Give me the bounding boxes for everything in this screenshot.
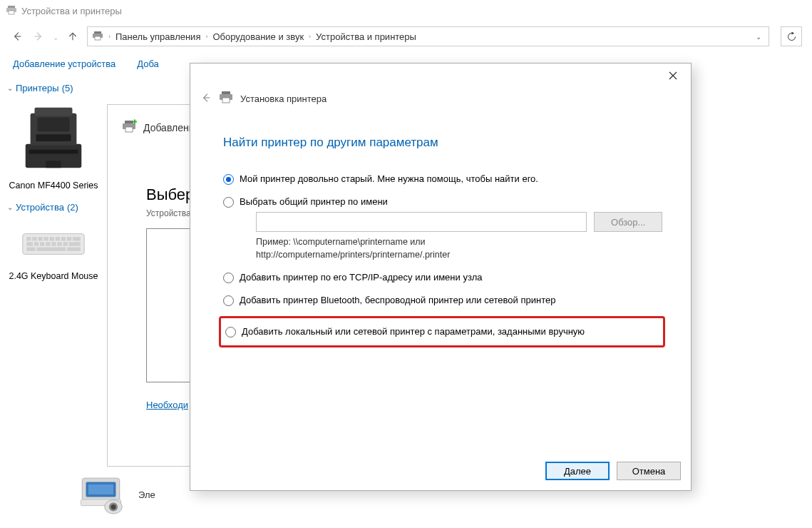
- example-text: Пример: \\computername\printername или: [256, 236, 662, 249]
- add-printer-dialog: Установка принтера Найти принтер по друг…: [190, 63, 692, 491]
- device-tile-printer[interactable]: Canon MF4400 Series: [0, 96, 107, 199]
- option-tcpip[interactable]: Добавить принтер по его TCP/IP-адресу ил…: [223, 271, 662, 284]
- svg-point-45: [111, 504, 116, 509]
- chevron-right-icon: ›: [203, 33, 210, 40]
- status-text: Эле: [138, 489, 155, 500]
- device-label: 2.4G Keyboard Mouse: [9, 271, 98, 283]
- breadcrumb-segment[interactable]: Оборудование и звук: [212, 31, 304, 42]
- svg-rect-27: [51, 242, 56, 245]
- svg-rect-20: [61, 237, 66, 240]
- option-old-printer[interactable]: Мой принтер довольно старый. Мне нужна п…: [223, 173, 662, 186]
- svg-rect-11: [46, 161, 61, 168]
- category-printers-header[interactable]: ⌄ Принтеры (5): [0, 80, 107, 96]
- breadcrumb-segment[interactable]: Устройства и принтеры: [316, 31, 416, 42]
- svg-rect-18: [50, 237, 54, 240]
- option-label: Добавить принтер по его TCP/IP-адресу ил…: [240, 271, 483, 284]
- option-local-manual[interactable]: Добавить локальный или сетевой принтер с…: [221, 325, 657, 338]
- device-label: Canon MF4400 Series: [9, 181, 98, 192]
- radio-icon: [223, 197, 234, 208]
- svg-rect-0: [8, 6, 15, 8]
- printer-device-icon: [14, 99, 93, 179]
- window-title: Устройства и принтеры: [21, 6, 122, 16]
- option-label: Мой принтер довольно старый. Мне нужна п…: [240, 173, 538, 186]
- nav-toolbar: ⌄ › Панель управления › Оборудование и з…: [0, 21, 812, 51]
- dialog-title: Найти принтер по другим параметрам: [223, 136, 662, 150]
- close-button[interactable]: [658, 66, 688, 86]
- option-label: Добавить принтер Bluetooth, беспроводной…: [240, 294, 555, 307]
- highlighted-option-box: Добавить локальный или сетевой принтер с…: [219, 316, 665, 347]
- svg-rect-21: [67, 237, 71, 240]
- chevron-right-icon: ›: [307, 33, 313, 40]
- category-label: Устройства: [16, 202, 64, 213]
- chevron-down-icon: ⌄: [7, 203, 13, 211]
- nav-back-button[interactable]: [10, 29, 24, 44]
- svg-rect-48: [222, 98, 230, 103]
- svg-rect-38: [133, 121, 137, 123]
- radio-icon: [223, 273, 234, 283]
- option-bluetooth-wireless[interactable]: Добавить принтер Bluetooth, беспроводной…: [223, 294, 662, 307]
- svg-rect-29: [63, 242, 68, 245]
- svg-rect-25: [40, 242, 44, 245]
- scanner-icon: [78, 472, 128, 518]
- category-devices-header[interactable]: ⌄ Устройства (2): [0, 199, 107, 215]
- add-printer-icon: [122, 119, 138, 136]
- svg-rect-26: [46, 242, 50, 245]
- svg-rect-34: [125, 121, 133, 123]
- svg-rect-12: [37, 118, 69, 132]
- address-bar[interactable]: › Панель управления › Оборудование и зву…: [87, 26, 769, 46]
- svg-rect-28: [57, 242, 61, 245]
- refresh-button[interactable]: [781, 26, 802, 46]
- address-dropdown-icon[interactable]: ⌄: [753, 33, 764, 41]
- svg-rect-5: [95, 36, 101, 40]
- nav-history-dropdown[interactable]: ⌄: [53, 32, 58, 41]
- next-button[interactable]: Далее: [545, 462, 610, 480]
- dialog-header-title: Установка принтера: [240, 93, 327, 104]
- option-label: Добавить локальный или сетевой принтер с…: [242, 325, 585, 338]
- category-label: Принтеры: [16, 83, 59, 93]
- add-device-link[interactable]: Добавление устройства: [13, 59, 115, 69]
- svg-rect-2: [9, 11, 14, 14]
- svg-rect-19: [56, 237, 60, 240]
- option-shared-by-name[interactable]: Выбрать общий принтер по имени: [223, 196, 662, 208]
- example-text: http://computername/printers/printername…: [256, 249, 662, 262]
- svg-rect-22: [73, 237, 81, 240]
- browse-button[interactable]: Обзор...: [594, 212, 662, 232]
- nav-forward-button[interactable]: [31, 29, 46, 44]
- svg-rect-3: [94, 31, 101, 34]
- printer-icon: [6, 5, 17, 17]
- category-count: (5): [62, 83, 73, 93]
- chevron-right-icon: ›: [106, 33, 113, 40]
- category-sidebar: ⌄ Принтеры (5) Canon MF4400 Ser: [0, 76, 107, 528]
- svg-rect-8: [34, 108, 72, 116]
- svg-rect-31: [26, 247, 36, 250]
- keyboard-device-icon: [14, 218, 93, 270]
- svg-rect-14: [26, 237, 31, 240]
- svg-rect-24: [34, 242, 38, 245]
- add-printer-link[interactable]: Доба: [137, 59, 159, 69]
- svg-rect-16: [38, 237, 42, 240]
- svg-rect-32: [37, 247, 66, 250]
- svg-rect-15: [32, 237, 36, 240]
- device-tile-keyboard[interactable]: 2.4G Keyboard Mouse: [0, 215, 107, 290]
- printer-icon: [219, 91, 233, 107]
- svg-rect-10: [29, 150, 78, 154]
- svg-rect-41: [88, 484, 113, 494]
- radio-icon: [225, 327, 236, 337]
- help-link[interactable]: Необходи: [146, 400, 188, 410]
- radio-icon: [223, 295, 234, 306]
- svg-rect-36: [125, 127, 133, 132]
- category-count: (2): [67, 202, 78, 213]
- svg-rect-9: [36, 134, 71, 141]
- svg-rect-17: [44, 237, 48, 240]
- radio-icon: [223, 174, 234, 185]
- chevron-down-icon: ⌄: [7, 84, 13, 92]
- svg-rect-46: [222, 91, 230, 94]
- svg-rect-33: [67, 247, 81, 250]
- svg-rect-23: [26, 242, 33, 245]
- dialog-back-button[interactable]: [200, 92, 212, 106]
- breadcrumb-segment[interactable]: Панель управления: [115, 31, 200, 42]
- shared-printer-name-input[interactable]: [256, 212, 587, 232]
- cancel-button[interactable]: Отмена: [617, 462, 681, 480]
- svg-rect-30: [69, 242, 81, 245]
- nav-up-button[interactable]: [66, 29, 80, 44]
